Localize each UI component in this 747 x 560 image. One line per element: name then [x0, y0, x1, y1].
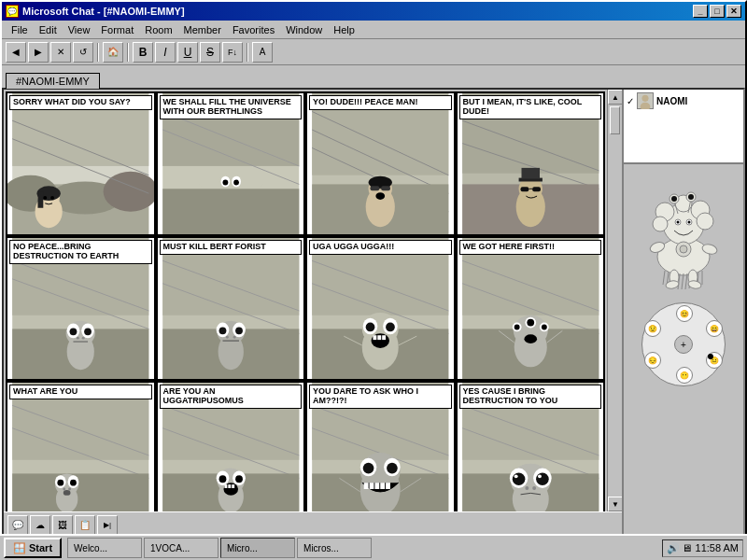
- emotion-face-left[interactable]: 😟: [644, 320, 661, 337]
- toolbar-bold[interactable]: B: [133, 42, 153, 63]
- svg-rect-93: [377, 335, 381, 340]
- toolbar-refresh[interactable]: ↺: [73, 42, 93, 63]
- comic-panel-0: SORRY WHAT DID YOU SAY?: [6, 91, 156, 236]
- emotion-face-bottom-left[interactable]: 😔: [644, 352, 661, 369]
- user-list: ✓ NAOMI: [624, 90, 743, 164]
- window-title: Microsoft Chat - [#NAOMI-EMMY]: [22, 6, 185, 17]
- menu-favorites[interactable]: Favorites: [227, 22, 280, 37]
- emotion-center[interactable]: +: [674, 335, 693, 354]
- taskbar-app-2[interactable]: Micro...: [220, 538, 295, 558]
- emotion-face-bottom[interactable]: 😶: [676, 367, 693, 384]
- taskbar-app-1[interactable]: 1VOCA...: [144, 538, 218, 558]
- main-window: 💬 Microsoft Chat - [#NAOMI-EMMY] _ □ ✕ F…: [0, 0, 747, 560]
- taskbar-app-3[interactable]: Micros...: [297, 538, 372, 558]
- panel-art-0: [7, 93, 154, 234]
- svg-point-126: [63, 490, 71, 496]
- scroll-down-button[interactable]: ▼: [608, 497, 622, 511]
- scroll-thumb[interactable]: [610, 106, 620, 134]
- svg-point-108: [527, 319, 534, 327]
- taskbar-app-0[interactable]: Welco...: [67, 538, 142, 558]
- svg-point-172: [538, 474, 542, 478]
- comic-panel-6: UGA UGGA UGGA!!!: [305, 236, 456, 381]
- taskbar: 🪟 Start Welco... 1VOCA... Micro... Micro…: [0, 534, 747, 560]
- close-button[interactable]: ✕: [726, 5, 741, 18]
- toolbar-strikethrough[interactable]: S: [200, 42, 220, 63]
- avatar-area: 😊 😄 😐 😶 😔 😟 +: [624, 164, 743, 538]
- svg-point-206: [688, 194, 694, 200]
- app-label-1: 1VOCA...: [150, 543, 190, 553]
- svg-rect-50: [532, 187, 541, 191]
- svg-rect-36: [371, 186, 380, 190]
- toolbar-home[interactable]: 🏠: [103, 42, 123, 63]
- chat-btn[interactable]: 💬: [7, 515, 28, 536]
- start-button[interactable]: 🪟 Start: [4, 538, 62, 558]
- menu-help[interactable]: Help: [328, 22, 360, 37]
- app-icon: 💬: [6, 5, 19, 18]
- speaker-icon: 🔊: [667, 542, 680, 554]
- svg-point-13: [50, 196, 54, 200]
- svg-point-63: [77, 337, 79, 340]
- panel-art-7: [458, 238, 604, 379]
- menu-view[interactable]: View: [63, 22, 96, 37]
- separator-3: [247, 43, 248, 62]
- emotion-face-right[interactable]: 😄: [706, 320, 723, 337]
- play-btn[interactable]: ▶|: [97, 515, 118, 536]
- menu-edit[interactable]: Edit: [34, 22, 63, 37]
- svg-point-200: [697, 213, 713, 230]
- comic-scroll-area: SORRY WHAT DID YOU SAY?: [4, 90, 622, 511]
- minimize-button[interactable]: _: [693, 5, 708, 18]
- svg-point-171: [514, 474, 517, 478]
- menu-room[interactable]: Room: [139, 22, 177, 37]
- vertical-scrollbar[interactable]: ▲ ▼: [607, 90, 622, 511]
- tab-naomi-emmy[interactable]: #NAOMI-EMMY: [6, 73, 100, 89]
- menu-format[interactable]: Format: [95, 22, 139, 37]
- scroll-thumb-area: [608, 105, 622, 497]
- toolbar-italic[interactable]: I: [155, 42, 176, 63]
- menu-member[interactable]: Member: [178, 22, 227, 37]
- toolbar-stop[interactable]: ✕: [50, 42, 71, 63]
- svg-point-12: [43, 196, 47, 200]
- svg-rect-11: [37, 191, 43, 208]
- comic-panel-7: WE GOT HERE FIRST!!: [456, 236, 606, 381]
- emotion-face-top[interactable]: 😊: [676, 305, 693, 322]
- svg-point-21: [233, 180, 239, 186]
- toolbar-back[interactable]: ◀: [6, 42, 26, 63]
- speech-bubble-2: YO! DUDE!!! PEACE MAN!: [309, 95, 452, 110]
- maximize-button[interactable]: □: [710, 5, 725, 18]
- menu-file[interactable]: File: [6, 22, 34, 37]
- svg-point-64: [82, 337, 85, 340]
- start-label: Start: [29, 542, 52, 553]
- image-btn[interactable]: 🖼: [52, 515, 73, 536]
- cloud-btn[interactable]: ☁: [30, 515, 50, 536]
- start-icon: 🪟: [13, 542, 26, 554]
- title-bar: 💬 Microsoft Chat - [#NAOMI-EMMY] _ □ ✕: [2, 2, 745, 21]
- svg-point-123: [70, 480, 77, 486]
- user-avatar-small: [637, 92, 654, 109]
- svg-point-20: [222, 180, 228, 186]
- speech-bubble-3: BUT I MEAN, IT'S LIKE, COOL DUDE!: [459, 95, 602, 119]
- user-name-naomi: NAOMI: [656, 96, 687, 106]
- check-icon: ✓: [627, 96, 634, 106]
- svg-rect-157: [386, 483, 390, 489]
- separator-1: [97, 43, 99, 62]
- speech-bubble-4: NO PEACE...BRING DESTRUCTION TO EARTH: [9, 240, 152, 264]
- svg-point-176: [641, 103, 651, 109]
- scroll-up-button[interactable]: ▲: [608, 90, 622, 105]
- toolbar-extra[interactable]: A: [252, 42, 273, 63]
- svg-point-110: [524, 334, 537, 343]
- toolbar-underline[interactable]: U: [177, 42, 198, 63]
- svg-point-151: [363, 463, 374, 474]
- svg-rect-37: [381, 186, 390, 190]
- emotion-circle: 😊 😄 😐 😶 😔 😟 +: [641, 302, 726, 386]
- taskbar-apps: Welco... 1VOCA... Micro... Micros...: [67, 538, 372, 558]
- user-entry-naomi: ✓ NAOMI: [626, 91, 741, 110]
- tab-bar: #NAOMI-EMMY: [2, 65, 745, 88]
- svg-point-109: [541, 325, 546, 330]
- comic-area: SORRY WHAT DID YOU SAY?: [4, 90, 622, 538]
- menu-window[interactable]: Window: [280, 22, 328, 37]
- clipboard-btn[interactable]: 📋: [75, 515, 95, 536]
- svg-point-78: [233, 336, 235, 339]
- toolbar-font[interactable]: F↓: [222, 42, 243, 63]
- svg-rect-48: [521, 168, 539, 179]
- toolbar-forward[interactable]: ▶: [28, 42, 49, 63]
